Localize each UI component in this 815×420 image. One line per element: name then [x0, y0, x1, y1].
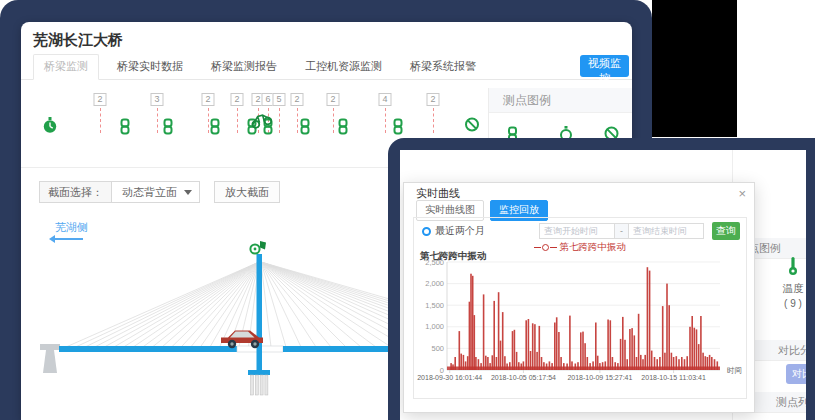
recent-two-months-radio[interactable] [422, 227, 431, 236]
sensor-drop-line [279, 108, 280, 133]
svg-text:2018-10-15 11:03:41: 2018-10-15 11:03:41 [641, 374, 706, 381]
query-button[interactable]: 查询 [712, 222, 740, 240]
sensor-count-badge: 2 [426, 93, 439, 106]
svg-text:2018-10-05 05:17:54: 2018-10-05 05:17:54 [491, 374, 556, 381]
query-row: 最近两个月 - 查询 [422, 222, 740, 240]
section-select[interactable]: 截面选择： 动态背立面 [39, 181, 200, 203]
vibration-sensor-icon[interactable] [162, 118, 175, 139]
vibration-chart: 05001,0001,5002,0002,5002018-09-30 16:01… [414, 258, 748, 394]
svg-text:1,000: 1,000 [425, 322, 444, 331]
svg-text:1,500: 1,500 [425, 301, 444, 310]
chevron-down-icon [184, 190, 192, 195]
accelerometer-icon[interactable] [250, 113, 274, 131]
sensor-count-badge: 2 [230, 93, 243, 106]
sensor-drop-line [333, 108, 334, 133]
svg-text:2,000: 2,000 [425, 279, 444, 288]
query-start-input[interactable] [539, 223, 615, 239]
temperature-count: ( 9 ) [771, 298, 806, 309]
sensor-drop-line [433, 108, 434, 133]
compare-analysis-button[interactable]: 对比分析 [786, 364, 806, 384]
disabled-sensor-icon[interactable] [465, 117, 480, 136]
range-separator: - [615, 223, 628, 239]
realtime-curve-modal: 实时曲线 × 实时曲线图 监控回放 最近两个月 - 查询 第七跨跨中振动 第七 [403, 182, 755, 413]
section-select-value[interactable]: 动态背立面 [112, 182, 199, 202]
svg-text:2018-09-30 16:01:44: 2018-09-30 16:01:44 [417, 374, 482, 381]
section-select-label: 截面选择： [40, 182, 112, 202]
recent-two-months-label: 最近两个月 [435, 224, 485, 238]
direction-label: 芜湖侧 [55, 221, 88, 233]
modal-panel: 最近两个月 - 查询 第七跨跨中振动 第七跨跨中振动 05001,0001,50… [413, 217, 747, 399]
svg-text:时间: 时间 [727, 366, 742, 375]
svg-text:2,500: 2,500 [425, 258, 444, 267]
stopwatch-sensor-icon[interactable] [43, 117, 58, 138]
screen-black-area [652, 0, 737, 137]
modal-title: 实时曲线 [416, 186, 460, 201]
sensor-drop-line [100, 108, 101, 133]
sensor-drop-line [237, 108, 238, 133]
sensor-drop-line [385, 108, 386, 133]
modal-header: 实时曲线 × [404, 183, 754, 201]
thermometer-icon [787, 262, 799, 279]
query-end-input[interactable] [628, 223, 704, 239]
popup-window: 测点图例 温度 ( 9 ) 对比分析 对比分析 测点列表 实时曲线 × 实时曲线… [400, 150, 806, 420]
video-monitor-button[interactable]: 视频监控 [580, 55, 629, 77]
vibration-sensor-icon[interactable] [392, 118, 405, 139]
svg-text:500: 500 [431, 344, 444, 353]
direction-indicator: 芜湖侧 [55, 217, 88, 240]
svg-text:2018-10-09 15:27:41: 2018-10-09 15:27:41 [567, 374, 632, 381]
legend-marker-icon [542, 244, 549, 251]
sensor-count-badge: 2 [290, 93, 303, 106]
sensor-count-badge: 4 [378, 93, 391, 106]
temperature-label: 温度 [771, 282, 806, 296]
sensor-count-badge: 3 [150, 93, 163, 106]
legend-series-label: 第七跨跨中振动 [560, 241, 627, 252]
temperature-sensor-item[interactable]: 温度 ( 9 ) [771, 256, 806, 309]
enlarge-section-button[interactable]: 放大截面 [214, 181, 280, 203]
legend-panel-title: 测点图例 [489, 88, 632, 113]
sensor-count-badge: 5 [272, 93, 285, 106]
section-select-current: 动态背立面 [122, 186, 177, 198]
sensor-drop-line [157, 108, 158, 133]
sensor-count-badge: 2 [201, 93, 214, 106]
vibration-sensor-icon[interactable] [337, 118, 350, 139]
vibration-sensor-icon[interactable] [119, 118, 132, 139]
vibration-sensor-icon[interactable] [209, 118, 222, 139]
sensor-count-badge: 2 [93, 93, 106, 106]
close-icon[interactable]: × [738, 187, 746, 200]
sensor-count-badge: 2 [326, 93, 339, 106]
section-controls: 截面选择： 动态背立面 放大截面 [39, 181, 280, 203]
popup-window-frame: 测点图例 温度 ( 9 ) 对比分析 对比分析 测点列表 实时曲线 × 实时曲线… [388, 138, 815, 420]
vibration-sensor-icon[interactable] [299, 118, 312, 139]
